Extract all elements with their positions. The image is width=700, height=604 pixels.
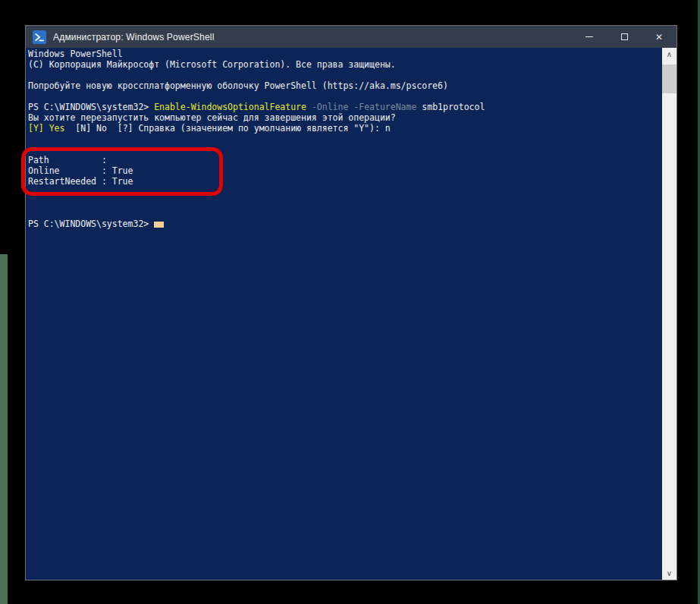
copyright-text: (C) Корпорация Майкрософт (Microsoft Cor… (28, 59, 396, 70)
pscore-hint-text: Попробуйте новую кроссплатформенную обол… (28, 80, 448, 91)
console-blank-line (28, 208, 662, 219)
confirm-yes-text: [Y] Yes (28, 123, 64, 134)
chevron-up-icon: ∧ (667, 50, 672, 58)
cmdlet-argument-text: smb1protocol (422, 102, 485, 112)
console-blank-line (28, 70, 662, 80)
console-confirm-question-line: Вы хотите перезапустить компьютер сейчас… (28, 112, 662, 123)
console-copyright-line: (C) Корпорация Майкрософт (Microsoft Cor… (28, 59, 662, 70)
maximize-icon (621, 33, 628, 40)
window-title: Администратор: Windows PowerShell (53, 32, 215, 42)
scrollbar-down-button[interactable]: ∨ (662, 567, 676, 580)
output-path-text: Path : (28, 155, 107, 165)
minimize-icon (585, 36, 593, 37)
confirm-question-text: Вы хотите перезапустить компьютер сейчас… (28, 112, 396, 123)
console-blank-line (28, 187, 662, 197)
output-restartneeded-line: RestartNeeded : True (28, 176, 662, 187)
cmdlet-text: Enable-WindowsOptionalFeature (154, 102, 306, 112)
console-command-line: PS C:\WINDOWS\system32> Enable-WindowsOp… (28, 102, 662, 112)
chevron-down-icon: ∨ (667, 569, 672, 577)
scrollbar-up-button[interactable]: ∧ (662, 48, 676, 61)
vertical-scrollbar[interactable]: ∧ ∨ (662, 48, 676, 580)
confirm-other-options-text: [N] No [?] Справка (значением по умолчан… (64, 123, 390, 134)
console-blank-line (28, 144, 662, 155)
output-online-line: Online : True (28, 165, 662, 176)
console-blank-line (28, 197, 662, 208)
output-restartneeded-text: RestartNeeded : True (28, 176, 133, 187)
close-button[interactable]: ✕ (642, 26, 676, 48)
maximize-button[interactable] (607, 26, 642, 48)
console-viewport[interactable]: Windows PowerShell (C) Корпорация Майкро… (26, 48, 662, 580)
title-bar[interactable]: Администратор: Windows PowerShell ✕ (26, 26, 676, 48)
close-icon: ✕ (655, 33, 663, 42)
powershell-window: Администратор: Windows PowerShell ✕ Wind… (25, 25, 677, 580)
window-body: Windows PowerShell (C) Корпорация Майкро… (26, 48, 676, 580)
cmdlet-params-text: -Online -FeatureName (306, 102, 422, 112)
console-banner-line: Windows PowerShell (28, 49, 662, 59)
desktop-edge-left (0, 254, 8, 604)
output-online-text: Online : True (28, 165, 133, 176)
console-blank-line (28, 134, 662, 144)
console-blank-line (28, 91, 662, 102)
console-pscore-hint-line: Попробуйте новую кроссплатформенную обол… (28, 80, 662, 91)
output-path-line: Path : (28, 155, 662, 165)
console-confirm-options-line: [Y] Yes [N] No [?] Справка (значением по… (28, 123, 662, 134)
banner-text: Windows PowerShell (28, 49, 123, 59)
scrollbar-thumb[interactable] (662, 64, 676, 93)
powershell-icon (33, 30, 46, 44)
final-prompt-text: PS C:\WINDOWS\system32> (28, 219, 154, 229)
minimize-button[interactable] (572, 26, 607, 48)
console-final-prompt-line: PS C:\WINDOWS\system32> (28, 219, 662, 229)
text-cursor (154, 222, 164, 228)
prompt-text: PS C:\WINDOWS\system32> (28, 102, 154, 112)
